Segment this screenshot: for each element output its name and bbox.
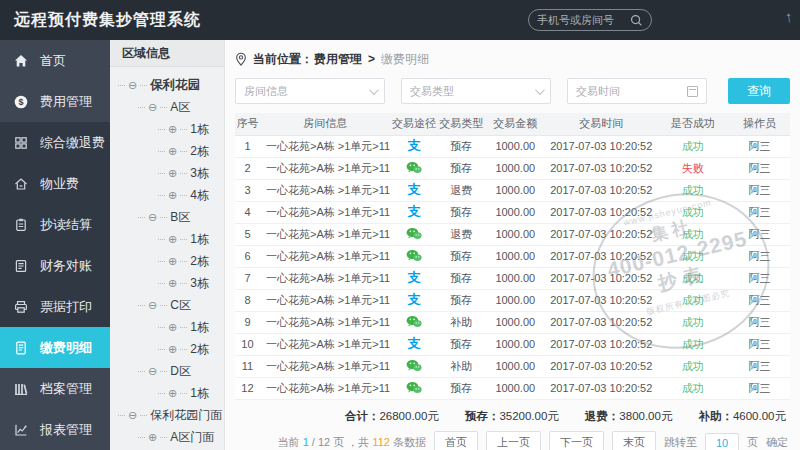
tree-node-label[interactable]: 2栋 <box>190 253 209 270</box>
expand-icon[interactable]: ⊕ <box>148 432 157 443</box>
sidebar-item-9[interactable]: 档案管理 <box>0 368 110 409</box>
prev-page-button[interactable]: 上一页 <box>486 431 541 450</box>
tree-node[interactable]: ⊖保利花园 <box>110 74 224 96</box>
table-row[interactable]: 3一心花苑>A栋 >1单元>1105支退费1000.002017-07-03 1… <box>235 179 790 201</box>
tree-node[interactable]: ⊖A区 <box>110 96 224 118</box>
type-filter-select[interactable]: 交易类型 <box>401 78 551 104</box>
table-row[interactable]: 1一心花苑>A栋 >1单元>1105支预存1000.002017-07-03 1… <box>235 135 790 157</box>
ledger-icon <box>12 258 30 274</box>
header-search[interactable] <box>528 9 652 31</box>
table-row[interactable]: 10一心花苑>A栋 >1单元>1105支预存1000.002017-07-03 … <box>235 333 790 355</box>
first-page-button[interactable]: 首页 <box>434 431 478 450</box>
tree-node[interactable]: ⊕A区门面 <box>110 426 224 448</box>
tree-node-label[interactable]: D区 <box>170 363 191 380</box>
time-filter-select[interactable]: 交易时间 <box>567 78 707 104</box>
expand-icon[interactable]: ⊕ <box>168 388 177 399</box>
expand-icon[interactable]: ⊕ <box>168 322 177 333</box>
sidebar-item-7[interactable]: 票据打印 <box>0 286 110 327</box>
tree-node[interactable]: ⊕1栋 <box>110 228 224 250</box>
table-row[interactable]: 9一心花苑>A栋 >1单元>1105补助1000.002017-07-03 10… <box>235 311 790 333</box>
tree-node[interactable]: ⊕2栋 <box>110 140 224 162</box>
collapse-icon[interactable]: ⊖ <box>148 300 157 311</box>
sidebar-item-2[interactable]: $费用管理 <box>0 81 110 122</box>
tree-node-label[interactable]: A区 <box>170 99 190 116</box>
collapse-icon[interactable]: ⊖ <box>148 102 157 113</box>
tree-connector <box>160 437 167 438</box>
tree-node-label[interactable]: 1栋 <box>190 319 209 336</box>
tree-node-label[interactable]: B区 <box>170 209 190 226</box>
search-icon[interactable] <box>630 14 643 27</box>
expand-icon[interactable]: ⊕ <box>168 234 177 245</box>
tree-node[interactable]: ⊖保利花园门面 <box>110 404 224 426</box>
expand-icon[interactable]: ⊕ <box>168 256 177 267</box>
table-row[interactable]: 8一心花苑>A栋 >1单元>1105支预存1000.002017-07-03 1… <box>235 289 790 311</box>
column-header: 交易途径 <box>390 113 437 135</box>
tree-node[interactable]: ⊖D区 <box>110 360 224 382</box>
collapse-icon[interactable]: ⊖ <box>148 212 157 223</box>
total-pages: 12 <box>318 436 330 448</box>
table-row[interactable]: 4一心花苑>A栋 >1单元>1105支预存1000.002017-07-03 1… <box>235 201 790 223</box>
table-row[interactable]: 7一心花苑>A栋 >1单元>1105支预存1000.002017-07-03 1… <box>235 267 790 289</box>
row-index: 4 <box>235 201 260 223</box>
tree-node-label[interactable]: 保利花园 <box>150 77 200 94</box>
tree-node[interactable]: ⊕4栋 <box>110 184 224 206</box>
tree-node-label[interactable]: 4栋 <box>190 187 209 204</box>
tree-node[interactable]: ⊖C区 <box>110 294 224 316</box>
alipay-icon: 支 <box>390 201 437 223</box>
tree-node[interactable]: ⊕2栋 <box>110 250 224 272</box>
transaction-time: 2017-07-03 10:20:52 <box>546 267 657 289</box>
expand-icon[interactable]: ⊕ <box>168 146 177 157</box>
tree-node[interactable]: ⊖B区 <box>110 206 224 228</box>
sidebar-item-3[interactable]: 综合缴退费 <box>0 122 110 163</box>
table-row[interactable]: 6一心花苑>A栋 >1单元>1105预存1000.002017-07-03 10… <box>235 245 790 267</box>
expand-icon[interactable]: ⊕ <box>168 168 177 179</box>
collapse-icon[interactable]: ⊖ <box>128 410 137 421</box>
operator-name: 阿三 <box>729 289 790 311</box>
tree-node-label[interactable]: 1栋 <box>190 385 209 402</box>
sidebar-item-1[interactable]: 首页 <box>0 40 110 81</box>
collapse-icon[interactable]: ⊖ <box>148 366 157 377</box>
operator-name: 阿三 <box>729 179 790 201</box>
tree-node[interactable]: ⊕3栋 <box>110 272 224 294</box>
expand-icon[interactable]: ⊕ <box>168 344 177 355</box>
tree-node[interactable]: ⊕1栋 <box>110 118 224 140</box>
sidebar-item-10[interactable]: 报表管理 <box>0 409 110 450</box>
tree-node-label[interactable]: A区门面 <box>170 429 214 446</box>
query-button[interactable]: 查询 <box>728 78 790 104</box>
tree-node[interactable]: ⊕1栋 <box>110 316 224 338</box>
row-index: 7 <box>235 267 260 289</box>
tree-node-label[interactable]: C区 <box>170 297 191 314</box>
tree-node-label[interactable]: 保利花园门面 <box>150 407 222 424</box>
search-input[interactable] <box>537 14 630 26</box>
table-row[interactable]: 5一心花苑>A栋 >1单元>1105退费1000.002017-07-03 10… <box>235 223 790 245</box>
breadcrumb-parent[interactable]: 费用管理 <box>314 51 362 68</box>
sidebar-item-8[interactable]: 缴费明细 <box>0 327 110 368</box>
next-page-button[interactable]: 下一页 <box>549 431 604 450</box>
tree-node-label[interactable]: 1栋 <box>190 231 209 248</box>
transaction-amount: 1000.00 <box>485 201 546 223</box>
jump-page-input[interactable] <box>705 433 739 450</box>
jump-confirm-button[interactable]: 确定 <box>766 435 788 450</box>
sidebar-item-4[interactable]: 物业费 <box>0 163 110 204</box>
tree-node[interactable]: ⊕3栋 <box>110 162 224 184</box>
tree-node-label[interactable]: 1栋 <box>190 121 209 138</box>
sidebar-item-5[interactable]: 抄读结算 <box>0 204 110 245</box>
last-page-button[interactable]: 末页 <box>612 431 656 450</box>
table-row[interactable]: 2一心花苑>A栋 >1单元>1105预存1000.002017-07-03 10… <box>235 157 790 179</box>
sidebar-item-6[interactable]: 财务对账 <box>0 245 110 286</box>
expand-icon[interactable]: ⊕ <box>168 190 177 201</box>
tree-node-label[interactable]: 2栋 <box>190 341 209 358</box>
collapse-icon[interactable]: ⊖ <box>128 80 137 91</box>
status-cell: 成功 <box>657 289 729 311</box>
table-row[interactable]: 12一心花苑>A栋 >1单元>1105预存1000.002017-07-03 1… <box>235 377 790 399</box>
tree-node-label[interactable]: 3栋 <box>190 165 209 182</box>
room-filter-select[interactable]: 房间信息 <box>235 78 385 104</box>
tree-node-label[interactable]: 3栋 <box>190 275 209 292</box>
tree-node-label[interactable]: 2栋 <box>190 143 209 160</box>
table-row[interactable]: 11一心花苑>A栋 >1单元>1105补助1000.002017-07-03 1… <box>235 355 790 377</box>
tree-node[interactable]: ⊕1栋 <box>110 382 224 404</box>
transaction-time: 2017-07-03 10:20:52 <box>546 201 657 223</box>
expand-icon[interactable]: ⊕ <box>168 124 177 135</box>
tree-node[interactable]: ⊕2栋 <box>110 338 224 360</box>
expand-icon[interactable]: ⊕ <box>168 278 177 289</box>
